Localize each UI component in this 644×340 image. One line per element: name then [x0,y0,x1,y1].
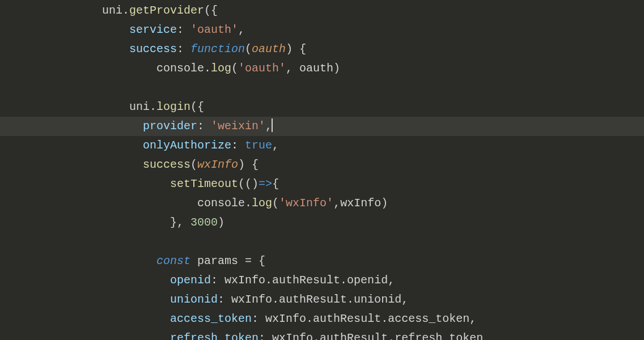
indent [0,194,197,213]
code-line[interactable] [0,232,644,252]
indent [0,271,170,290]
token-method: log [252,197,272,210]
token-prop: provider [143,120,197,133]
token-text: console. [156,62,211,75]
token-text: : wxInfo.authResult.access_token, [252,312,476,325]
token-text: ( [245,42,252,56]
token-prop: success [129,42,177,56]
token-prop: access_token [170,312,252,325]
token-text: : [231,139,245,152]
indent [0,117,143,136]
token-keyword: function [190,42,245,56]
line-highlight-marker [0,117,3,136]
token-text: : wxInfo.authResult.openid, [211,274,395,287]
token-string: 'wxInfo' [279,197,333,210]
code-line[interactable] [0,78,644,97]
token-text: console. [197,197,252,210]
code-editor[interactable]: uni.getProvider({ service: 'oauth', succ… [0,0,644,340]
token-text: ({ [204,4,218,17]
token-text: { [272,177,279,190]
token-text: , [272,139,279,152]
code-line[interactable]: setTimeout(()=>{ [0,175,644,194]
indent [0,155,143,175]
indent [0,40,129,59]
token-text: ) [218,216,224,229]
code-line[interactable]: success(wxInfo) { [0,155,644,175]
token-prop: openid [170,274,211,287]
token-text: , oauth) [286,62,340,75]
token-text: : wxInfo.authResult.unionid, [218,293,408,306]
token-text: , [238,23,245,36]
code-line[interactable]: onlyAuthorize: true, [0,136,644,155]
token-method: success [143,158,190,171]
token-text: (() [238,177,259,190]
token-text: ) { [286,42,306,56]
token-text: : wxInfo.authResult.refresh_token [259,332,483,340]
token-string: 'oauth' [238,62,286,75]
token-string: 'weixin' [211,120,265,133]
text-cursor [272,118,273,132]
token-text: ({ [190,100,204,113]
token-text: ( [190,158,197,171]
token-number: 3000 [190,216,218,229]
code-line[interactable]: console.log('wxInfo',wxInfo) [0,194,644,213]
token-keyword-nf: => [259,177,272,190]
code-line[interactable]: const params = { [0,252,644,271]
token-text: ( [272,197,279,210]
token-prop: onlyAuthorize [143,139,231,152]
token-text: uni. [102,4,129,17]
indent [0,20,129,40]
code-line[interactable]: }, 3000) [0,213,644,232]
code-line[interactable]: provider: 'weixin', [0,117,644,136]
token-method: login [156,100,190,113]
indent [0,1,102,20]
token-keyword: const [156,254,190,267]
token-text: : [197,120,211,133]
token-text: : [177,23,190,36]
token-text: }, [170,216,190,229]
token-text: ) { [238,158,259,171]
indent [0,213,170,232]
code-line[interactable]: service: 'oauth', [0,20,644,40]
indent [0,175,170,194]
token-text: params [190,254,245,267]
token-prop: unionid [170,293,218,306]
token-prop: refresh_token [170,332,259,340]
code-line[interactable]: openid: wxInfo.authResult.openid, [0,271,644,290]
token-text: : [177,42,190,56]
token-text: ,wxInfo) [333,197,388,210]
indent [0,136,143,155]
token-param: oauth [252,42,286,56]
code-line[interactable]: uni.login({ [0,97,644,117]
token-method: getProvider [129,4,204,17]
code-line[interactable]: success: function(oauth) { [0,40,644,59]
token-param: wxInfo [197,158,238,171]
token-keyword-nf: true [245,139,272,152]
indent [0,329,170,340]
code-line[interactable]: access_token: wxInfo.authResult.access_t… [0,309,644,329]
code-line[interactable]: uni.getProvider({ [0,1,644,20]
code-line[interactable]: refresh_token: wxInfo.authResult.refresh… [0,329,644,340]
token-string: 'oauth' [190,23,238,36]
token-text: uni. [129,100,156,113]
token-text: = { [245,254,265,267]
token-method: log [211,62,231,75]
indent [0,59,156,78]
indent [0,97,129,117]
indent [0,309,170,329]
code-line[interactable]: console.log('oauth', oauth) [0,59,644,78]
token-text: ( [231,62,238,75]
indent [0,290,170,309]
indent [0,252,156,271]
code-line[interactable]: unionid: wxInfo.authResult.unionid, [0,290,644,309]
token-prop: service [129,23,177,36]
token-method: setTimeout [170,177,238,190]
